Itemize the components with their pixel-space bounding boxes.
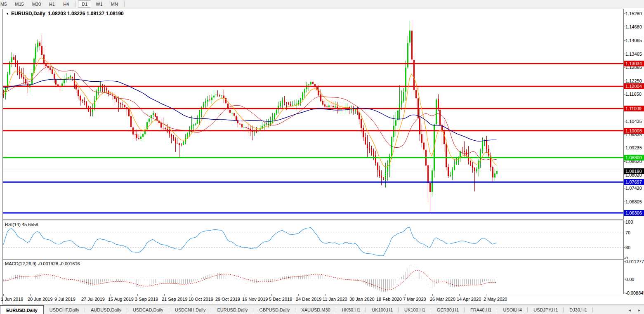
price-axis-label: 1.11650 [625, 92, 644, 97]
level-price-tag: 1.07697 [624, 179, 644, 185]
rsi-axis-label: 70 [625, 230, 644, 236]
date-axis-label: 10 Oct 2019 [189, 297, 213, 302]
date-axis-label: 2 May 2020 [484, 297, 507, 302]
fast-ma-line [3, 58, 497, 167]
level-price-tag: 1.13034 [624, 61, 644, 66]
price-axis-label: 1.10435 [625, 119, 644, 124]
chart-canvas[interactable] [0, 0, 644, 314]
level-price-tag: 1.08800 [624, 155, 644, 161]
slow-ma-line [3, 79, 497, 141]
date-axis-label: 18 Feb 2020 [376, 297, 402, 302]
collapse-triangle-icon[interactable]: ▼ [6, 12, 9, 16]
price-axis-label: 1.09235 [625, 145, 644, 151]
price-axis-label: 1.15280 [625, 11, 644, 17]
price-axis-label: 1.14680 [625, 24, 644, 30]
date-axis-label: 29 Oct 2019 [215, 297, 240, 302]
macd-histogram [4, 264, 497, 292]
date-axis-label: 5 Dec 2019 [269, 297, 292, 302]
chart-title: ▼EURUSD,Daily 1.08203 1.08226 1.08137 1.… [6, 11, 124, 17]
price-axis-label: 1.14065 [625, 38, 644, 43]
date-axis-label: 7 Mar 2020 [403, 297, 426, 302]
chart-ohlc-values: 1.08203 1.08226 1.08137 1.08190 [48, 11, 124, 17]
level-price-tag: 1.11009 [624, 106, 644, 111]
panel-border [3, 9, 624, 220]
level-price-tag: 1.06306 [624, 210, 644, 216]
panel-border [3, 220, 624, 259]
date-axis-label: 27 Jul 2019 [81, 297, 105, 302]
trading-platform-window: { "toolbar": { "periods": [ {"label":"M5… [0, 0, 644, 314]
date-axis-label: 3 Sep 2019 [135, 297, 158, 302]
price-axis-label: 1.07420 [625, 186, 644, 191]
date-axis-label: 21 Sep 2019 [162, 297, 187, 302]
macd-indicator-label: MACD(12,26,9) -0.001928 -0.001616 [5, 261, 80, 266]
date-axis-label: 11 Jan 2020 [323, 297, 347, 302]
date-axis-label: 1 Jun 2019 [1, 297, 23, 302]
date-axis-label: 15 Aug 2019 [108, 297, 134, 302]
level-price-tag: 1.10008 [624, 128, 644, 134]
date-axis-label: 30 Jan 2020 [349, 297, 375, 302]
macd-axis-label: -0.008845 [625, 290, 644, 296]
macd-axis-label: 0.011277 [625, 259, 644, 264]
price-axis-label: 1.13465 [625, 52, 644, 57]
bull-candle-bodies [5, 31, 498, 192]
level-price-tag: 1.12004 [624, 83, 644, 89]
rsi-axis-label: 30 [625, 245, 644, 250]
rsi-line [3, 227, 497, 256]
date-axis-label: 24 Dec 2019 [296, 297, 321, 302]
current-price-tag: 1.08190 [624, 168, 644, 174]
date-axis-label: 9 Jul 2019 [54, 297, 75, 302]
chart-tab-eurusd-daily[interactable]: EURUSD,Daily [0, 305, 44, 314]
price-axis-label: 1.06805 [625, 199, 644, 205]
date-axis-label: 26 Mar 2020 [430, 297, 455, 302]
date-axis-label: 14 Apr 2020 [457, 297, 481, 302]
chart-symbol-label: EURUSD,Daily [11, 11, 45, 17]
macd-axis-label: 0.00 [625, 277, 644, 282]
macd-signal-line [3, 270, 497, 290]
date-axis-label: 16 Nov 2019 [242, 297, 268, 302]
date-axis-label: 20 Jun 2019 [28, 297, 53, 302]
rsi-indicator-label: RSI(14) 45.6558 [5, 222, 38, 227]
rsi-axis-label: 100 [625, 220, 644, 225]
